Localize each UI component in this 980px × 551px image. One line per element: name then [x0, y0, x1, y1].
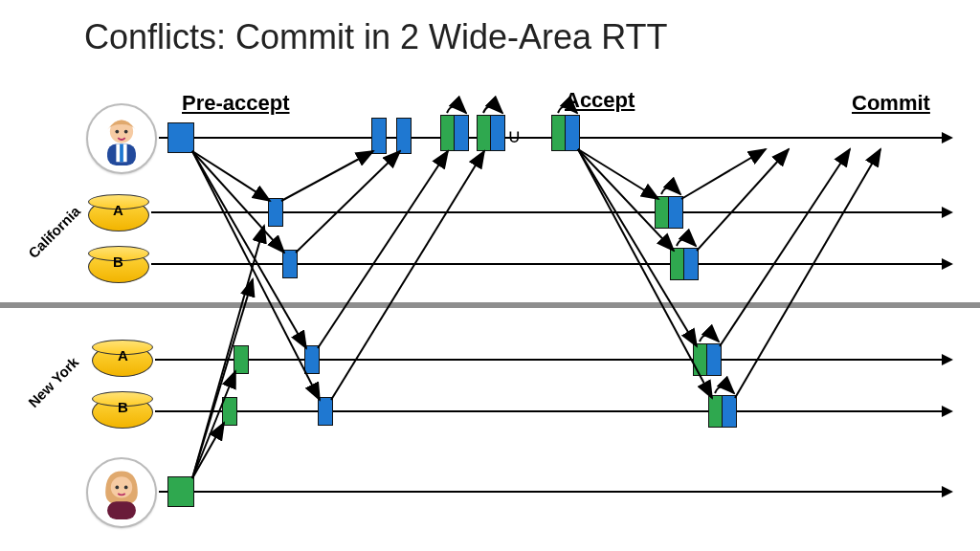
token-ny-a-acc-b	[706, 343, 722, 376]
token-bottom-start	[167, 476, 194, 507]
arrow-lane-ca-b	[942, 258, 953, 270]
db-ny-a-label: A	[118, 347, 128, 364]
svg-line-27	[697, 149, 789, 251]
svg-line-20	[318, 151, 448, 348]
region-top: California	[25, 203, 83, 261]
svg-line-10	[192, 151, 270, 201]
token-top-pair1-b	[454, 115, 469, 151]
db-ca-b-label: B	[113, 253, 123, 270]
svg-point-2	[124, 130, 128, 134]
region-bottom: New York	[25, 354, 81, 410]
union-symbol: ∪	[507, 124, 522, 147]
phase-commit: Commit	[852, 91, 930, 116]
svg-point-1	[115, 130, 119, 134]
token-ny-a-preg	[234, 345, 249, 374]
phase-accept: Accept	[565, 88, 635, 113]
arrow-lane-ny-a	[942, 354, 953, 365]
lane-ny-b	[155, 410, 944, 412]
token-ca-a-pre1	[268, 198, 283, 227]
slide-title: Conflicts: Commit in 2 Wide-Area RTT	[84, 17, 667, 57]
phase-preaccept: Pre-accept	[182, 91, 290, 116]
db-ny-b-label: B	[118, 399, 128, 415]
svg-line-14	[192, 423, 224, 478]
svg-point-7	[115, 486, 119, 490]
token-top-start	[167, 122, 194, 153]
lane-ny-a	[155, 359, 944, 361]
arrow-lane-bottom	[942, 486, 953, 497]
arrow-lane-ny-b	[942, 406, 953, 417]
svg-rect-9	[107, 501, 136, 519]
token-top-r1	[371, 118, 387, 154]
region-divider	[0, 302, 980, 308]
lane-ca-b	[151, 263, 944, 265]
token-top-r2	[396, 118, 412, 154]
token-ca-b-pre1	[282, 250, 298, 278]
token-top-accept-b	[565, 115, 580, 151]
svg-line-29	[735, 149, 880, 398]
db-ca-a-label: A	[113, 202, 123, 218]
token-ny-b-pre1	[318, 397, 333, 426]
token-ny-b-preg	[222, 397, 237, 426]
token-ny-b-acc-b	[722, 395, 737, 428]
svg-rect-5	[120, 144, 123, 163]
svg-point-8	[124, 486, 128, 490]
svg-line-22	[578, 149, 658, 199]
svg-line-16	[192, 279, 253, 478]
svg-line-21	[331, 151, 484, 400]
svg-line-18	[281, 151, 373, 201]
lane-bottom	[159, 491, 944, 493]
avatar-bottom	[86, 457, 157, 528]
svg-line-28	[720, 149, 850, 346]
avatar-top	[86, 103, 157, 174]
token-ca-a-acc-b	[668, 196, 683, 229]
svg-line-19	[296, 151, 400, 253]
token-top-pair2-b	[490, 115, 505, 151]
token-ca-b-acc-b	[683, 248, 699, 280]
arrow-lane-ca-a	[942, 207, 953, 218]
arrow-lane-top	[942, 132, 953, 143]
svg-line-13	[192, 151, 320, 400]
svg-line-26	[681, 149, 766, 199]
token-ny-a-pre1	[304, 345, 320, 374]
